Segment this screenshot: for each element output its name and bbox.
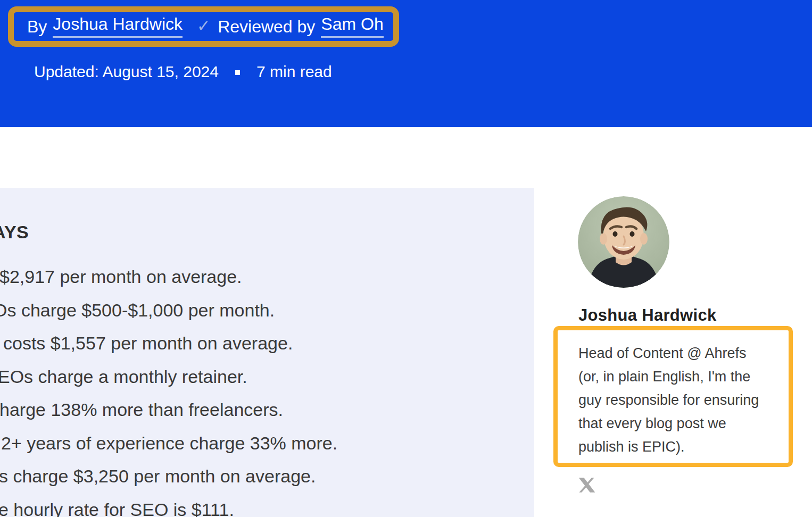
bio-line: publish is EPIC).	[578, 435, 789, 458]
takeaways-list: $2,917 per month on average. Os charge $…	[0, 260, 337, 517]
author-bio: Head of Content @ Ahrefs (or, in plain E…	[578, 341, 789, 458]
byline-by-label: By	[27, 17, 47, 37]
bio-line: that every blog post we	[578, 412, 789, 435]
key-takeaways-panel: AYS $2,917 per month on average. Os char…	[0, 188, 534, 517]
takeaway-item: 2+ years of experience charge 33% more.	[1, 427, 337, 460]
author-avatar[interactable]	[578, 196, 669, 288]
takeaway-item: $2,917 per month on average.	[0, 260, 337, 294]
article-page: By Joshua Hardwick ✓ Reviewed by Sam Oh …	[0, 0, 812, 517]
byline-highlight-box: By Joshua Hardwick ✓ Reviewed by Sam Oh	[8, 6, 399, 47]
x-twitter-icon[interactable]	[578, 476, 596, 494]
takeaway-item: costs $1,557 per month on average.	[3, 327, 337, 360]
byline-reviewed-label: Reviewed by	[218, 17, 315, 37]
takeaways-heading: AYS	[0, 222, 29, 243]
takeaway-item: Os charge $500-$1,000 per month.	[0, 294, 337, 327]
article-meta: Updated: August 15, 2024 7 min read	[34, 63, 332, 81]
reviewer-link[interactable]: Sam Oh	[321, 15, 383, 38]
read-time: 7 min read	[256, 63, 332, 81]
takeaway-item: EOs charge a monthly retainer.	[0, 360, 337, 394]
takeaway-item: harge 138% more than freelancers.	[0, 393, 337, 427]
updated-date: Updated: August 15, 2024	[34, 63, 219, 81]
author-link[interactable]: Joshua Hardwick	[53, 15, 183, 38]
bio-line: Head of Content @ Ahrefs	[578, 341, 789, 365]
author-name: Joshua Hardwick	[578, 306, 716, 325]
reviewed-check-icon: ✓	[197, 16, 210, 35]
meta-separator-square	[235, 70, 240, 75]
author-bio-highlight-box: Head of Content @ Ahrefs (or, in plain E…	[553, 326, 793, 467]
author-portrait-illustration	[578, 196, 669, 288]
takeaway-item: e hourly rate for SEO is $111.	[0, 493, 337, 517]
bio-line: (or, in plain English, I'm the	[578, 365, 789, 388]
bio-line: guy responsible for ensuring	[578, 388, 789, 412]
takeaway-item: s charge $3,250 per month on average.	[0, 460, 337, 493]
article-hero-header: By Joshua Hardwick ✓ Reviewed by Sam Oh …	[0, 0, 812, 127]
